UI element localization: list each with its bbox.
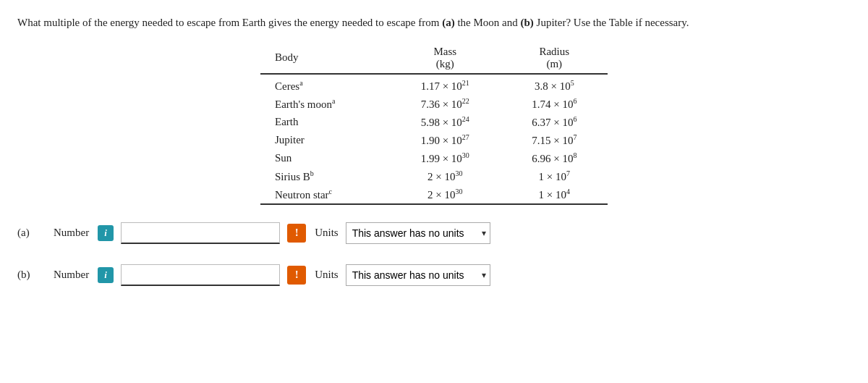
cell-mass: 5.98 × 1024 — [389, 113, 501, 131]
alert-button-a[interactable]: ! — [287, 224, 306, 243]
cell-radius: 6.37 × 106 — [501, 113, 608, 131]
cell-radius: 1 × 107 — [501, 167, 608, 185]
col-header-mass: Mass (kg) — [389, 44, 501, 74]
number-input-b[interactable] — [121, 264, 280, 286]
number-label-b: Number — [54, 269, 89, 281]
table-row: Ceresa1.17 × 10213.8 × 105 — [260, 74, 608, 95]
units-select-a[interactable]: This answer has no unitsJkgmm/sN — [346, 222, 490, 244]
table-row: Sun1.99 × 10306.96 × 108 — [260, 149, 608, 167]
cell-mass: 2 × 1030 — [389, 167, 501, 185]
part-a-label: (a) — [17, 227, 46, 239]
cell-radius: 1 × 104 — [501, 185, 608, 204]
table-row: Earth's moona7.36 × 10221.74 × 106 — [260, 95, 608, 113]
table-row: Sirius Bb2 × 10301 × 107 — [260, 167, 608, 185]
units-select-b[interactable]: This answer has no unitsJkgmm/sN — [346, 264, 490, 286]
units-select-wrapper-b[interactable]: This answer has no unitsJkgmm/sN — [346, 264, 490, 286]
number-input-a[interactable] — [121, 222, 280, 244]
cell-mass: 2 × 1030 — [389, 185, 501, 204]
cell-body: Jupiter — [260, 131, 389, 149]
cell-mass: 1.90 × 1027 — [389, 131, 501, 149]
info-button-b[interactable]: i — [98, 267, 114, 283]
part-b-label: (b) — [17, 269, 46, 281]
cell-radius: 1.74 × 106 — [501, 95, 608, 113]
cell-body: Earth's moona — [260, 95, 389, 113]
units-select-wrapper-a[interactable]: This answer has no unitsJkgmm/sN — [346, 222, 490, 244]
cell-body: Earth — [260, 113, 389, 131]
cell-body: Ceresa — [260, 74, 389, 95]
question-text: What multiple of the energy needed to es… — [17, 14, 842, 31]
answer-row-b: (b) Number i ! Units This answer has no … — [17, 264, 851, 286]
alert-button-b[interactable]: ! — [287, 266, 306, 285]
table-row: Earth5.98 × 10246.37 × 106 — [260, 113, 608, 131]
table-row: Jupiter1.90 × 10277.15 × 107 — [260, 131, 608, 149]
number-label-a: Number — [54, 227, 89, 239]
units-label-b: Units — [315, 269, 339, 281]
cell-body: Sun — [260, 149, 389, 167]
cell-radius: 7.15 × 107 — [501, 131, 608, 149]
col-header-radius: Radius (m) — [501, 44, 608, 74]
cell-radius: 6.96 × 108 — [501, 149, 608, 167]
col-header-body: Body — [260, 44, 389, 74]
table-row: Neutron starc2 × 10301 × 104 — [260, 185, 608, 204]
celestial-bodies-table: Body Mass (kg) Radius (m) Ceresa1.17 × 1… — [260, 44, 608, 205]
answer-row-a: (a) Number i ! Units This answer has no … — [17, 222, 851, 244]
cell-mass: 7.36 × 1022 — [389, 95, 501, 113]
info-button-a[interactable]: i — [98, 225, 114, 241]
cell-mass: 1.17 × 1021 — [389, 74, 501, 95]
cell-body: Neutron starc — [260, 185, 389, 204]
units-label-a: Units — [315, 227, 339, 239]
data-table-container: Body Mass (kg) Radius (m) Ceresa1.17 × 1… — [17, 44, 851, 205]
cell-radius: 3.8 × 105 — [501, 74, 608, 95]
cell-body: Sirius Bb — [260, 167, 389, 185]
cell-mass: 1.99 × 1030 — [389, 149, 501, 167]
